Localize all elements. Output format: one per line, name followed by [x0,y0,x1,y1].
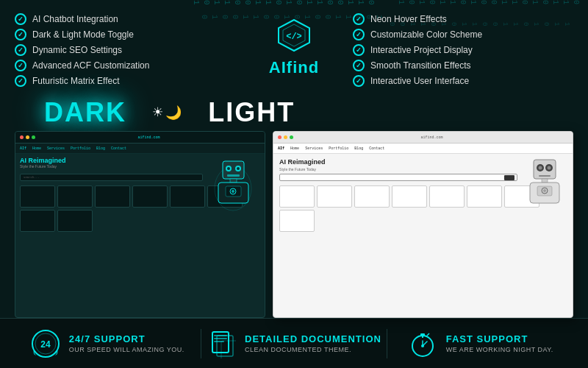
feature-label-1: AI Chatbot Integration [32,14,118,24]
feature-item-2: Dark & Light Mode Toggle [15,29,235,40]
feature-label-r3: Interactive Project Display [370,45,473,55]
svg-rect-21 [542,179,548,183]
search-placeholder-text: Search... [21,174,202,180]
documentation-desc: CLEAN DOCUMENTED THEME. [245,346,381,353]
support-247-icon: 24 [31,329,60,358]
feature-item-4: Advanced ACF Customization [15,60,235,71]
light-preview-header: aifind.com [273,132,573,144]
light-card-5 [429,185,465,208]
svg-point-8 [237,167,240,170]
feature-label-4: Advanced ACF Customization [32,60,149,71]
feature-item-r4: Smooth Transition Effects [353,60,471,71]
dark-robot-svg [209,155,257,222]
light-mode-preview: aifind.com AIf Home Services Portfolio B… [273,131,573,318]
light-dot-red [278,135,282,139]
support-247-item: 24 24/7 SUPPORT OUR SPEED WILL AMAZING Y… [15,329,201,358]
dark-card-1 [20,185,55,208]
light-card-2 [317,185,352,208]
dark-preview-header: aifind.com [15,132,265,144]
light-mode-label: LIGHT [208,97,295,128]
svg-point-7 [227,167,230,170]
support-247-title: 24/7 SUPPORT [69,333,184,344]
dark-preview-url: aifind.com [37,135,260,140]
feature-label-3: Dynamic SEO Settings [32,45,122,55]
check-icon-2 [15,29,26,40]
feature-item-r5: Interactive User Interface [353,75,469,87]
feature-item-r3: Interactive Project Display [353,44,473,56]
dot-yellow [26,135,29,139]
dark-card-7 [20,210,55,232]
light-card-3 [354,185,390,208]
dark-preview-search[interactable]: Search... [20,174,203,181]
feature-label-5: Futuristic Matrix Effect [32,76,119,86]
feature-label-r2: Customizable Color Scheme [370,29,482,40]
svg-text:24: 24 [40,339,51,350]
support-247-desc: OUR SPEED WILL AMAZING YOU. [69,346,184,353]
light-nav-blog[interactable]: Blog [354,146,363,151]
check-icon-r2 [353,29,365,40]
svg-rect-31 [214,338,227,339]
light-nav-home[interactable]: Home [290,146,299,151]
dark-card-8 [57,210,93,232]
nav-logo-preview: AIf [20,146,26,151]
fast-support-title: FAST SUPPORT [446,333,553,344]
feature-item-1: AI Chatbot Integration [15,13,235,25]
nav-services[interactable]: Services [47,146,65,151]
nav-portfolio[interactable]: Portfolio [71,146,90,151]
documentation-title: DETAILED DOCUMENTION [245,333,381,344]
dark-preview-nav: AIf Home Services Portfolio Blog Contact [15,144,265,154]
light-card-4 [392,185,427,208]
nav-contact[interactable]: Contact [111,146,126,151]
light-nav-contact[interactable]: Contact [369,146,384,151]
logo-text: AIfind [269,58,319,77]
logo-icon-svg: </> [276,17,312,54]
support-247-text: 24/7 SUPPORT OUR SPEED WILL AMAZING YOU. [69,333,184,353]
dot-green [32,135,35,139]
main-content: AI Chatbot Integration Dark & Light Mode… [0,0,588,368]
dark-mode-preview: aifind.com AIf Home Services Portfolio B… [15,131,265,318]
dark-card-2 [57,185,93,208]
check-icon-r1 [353,13,365,25]
feature-item-r1: Neon Hover Effects [353,13,447,25]
fast-support-item: FAST SUPPORT WE ARE WORKING NIGHT DAY. [387,329,573,358]
feature-label-r4: Smooth Transition Effects [370,60,471,71]
check-icon-1 [15,13,26,25]
feature-item-r2: Customizable Color Scheme [353,29,482,40]
check-icon-r5 [353,75,365,87]
svg-point-19 [548,166,551,170]
light-nav-portfolio[interactable]: Portfolio [329,146,348,151]
svg-rect-10 [230,179,237,183]
svg-rect-9 [227,174,240,177]
light-nav-services[interactable]: Services [305,146,323,151]
light-card-1 [279,185,315,208]
dark-card-5 [170,185,205,208]
light-preview-search[interactable] [279,174,517,181]
svg-point-18 [539,166,542,170]
fast-support-icon [408,329,437,358]
check-icon-3 [15,44,26,56]
light-preview-body: AI Reimagined Style the Future Today [273,154,573,317]
light-dot-yellow [284,135,287,139]
features-right-column: Neon Hover Effects Customizable Color Sc… [353,13,573,87]
moon-icon: 🌙 [165,105,182,121]
light-preview-url: aifind.com [295,135,568,140]
svg-rect-20 [539,175,551,177]
check-icon-r4 [353,60,365,71]
light-card-8 [279,210,315,232]
light-search-button[interactable] [504,175,514,180]
check-icon-r3 [353,44,365,56]
mode-toggle-section: DARK ☀ 🌙 LIGHT [0,94,588,131]
logo-brand: AI [269,58,287,77]
check-icon-5 [15,75,26,87]
svg-point-25 [543,189,546,192]
dark-mode-label: DARK [44,97,126,128]
feature-label-r1: Neon Hover Effects [370,14,447,24]
fast-support-text: FAST SUPPORT WE ARE WORKING NIGHT DAY. [446,333,553,353]
documentation-item: DETAILED DOCUMENTION CLEAN DOCUMENTED TH… [201,329,388,358]
svg-point-41 [421,344,424,347]
nav-home[interactable]: Home [32,146,41,151]
bottom-bar: 24 24/7 SUPPORT OUR SPEED WILL AMAZING Y… [0,318,588,368]
dark-card-4 [132,185,168,208]
nav-blog[interactable]: Blog [96,146,105,151]
features-section: AI Chatbot Integration Dark & Light Mode… [0,0,588,94]
